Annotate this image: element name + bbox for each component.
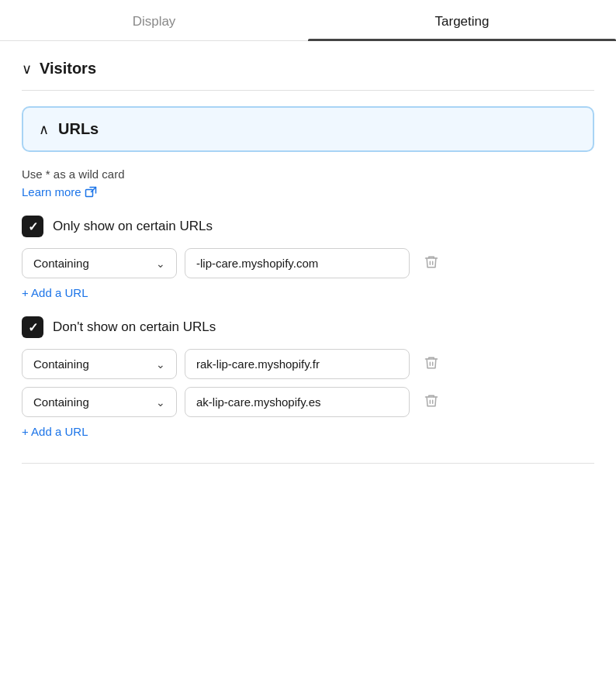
visitors-section-title: Visitors: [40, 60, 96, 78]
only-show-dropdown-0[interactable]: Containing ⌄: [22, 248, 177, 278]
external-link-icon: [85, 186, 97, 198]
dont-show-url-input-1[interactable]: [185, 387, 410, 417]
dont-show-dropdown-0[interactable]: Containing ⌄: [22, 349, 177, 379]
only-show-add-url-link[interactable]: + Add a URL: [22, 286, 88, 299]
trash-icon: [424, 254, 439, 273]
only-show-checkbox-row: ✓ Only show on certain URLs: [22, 216, 594, 237]
dropdown-arrow-icon: ⌄: [156, 396, 165, 409]
bottom-divider: [22, 463, 594, 464]
urls-section-box[interactable]: ∧ URLs: [22, 106, 594, 152]
tab-targeting[interactable]: Targeting: [308, 0, 616, 40]
only-show-check-icon: ✓: [28, 219, 38, 234]
main-content: ∨ Visitors ∧ URLs Use * as a wild card L…: [0, 41, 616, 482]
only-show-checkbox[interactable]: ✓: [22, 216, 43, 237]
tab-bar: Display Targeting: [0, 0, 616, 41]
only-show-delete-button-0[interactable]: [417, 250, 445, 278]
dont-show-checkbox-row: ✓ Don't show on certain URLs: [22, 316, 594, 338]
visitors-chevron-icon: ∨: [22, 60, 32, 78]
dont-show-add-url-link[interactable]: + Add a URL: [22, 425, 88, 438]
only-show-url-input-0[interactable]: [185, 248, 410, 278]
dont-show-checkbox[interactable]: ✓: [22, 316, 43, 338]
dropdown-arrow-icon: ⌄: [156, 358, 165, 371]
urls-chevron-icon: ∧: [39, 121, 49, 138]
only-show-label: Only show on certain URLs: [53, 219, 213, 234]
urls-section-title: URLs: [58, 120, 99, 138]
visitors-section-header[interactable]: ∨ Visitors: [22, 60, 594, 78]
dont-show-delete-button-1[interactable]: [417, 388, 445, 416]
trash-icon: [424, 393, 439, 412]
visitors-divider: [22, 90, 594, 91]
wildcard-description: Use * as a wild card: [22, 167, 594, 181]
dont-show-url-row-0: Containing ⌄: [22, 349, 594, 379]
only-show-url-row-0: Containing ⌄: [22, 248, 594, 278]
dont-show-label: Don't show on certain URLs: [53, 319, 216, 335]
tab-display[interactable]: Display: [0, 0, 308, 40]
dont-show-dropdown-1[interactable]: Containing ⌄: [22, 387, 177, 417]
dont-show-check-icon: ✓: [28, 320, 38, 335]
dont-show-delete-button-0[interactable]: [417, 350, 445, 378]
learn-more-link[interactable]: Learn more: [22, 185, 97, 198]
dont-show-url-row-1: Containing ⌄: [22, 387, 594, 417]
trash-icon: [424, 355, 439, 374]
dont-show-url-input-0[interactable]: [185, 349, 410, 379]
dropdown-arrow-icon: ⌄: [156, 257, 165, 270]
